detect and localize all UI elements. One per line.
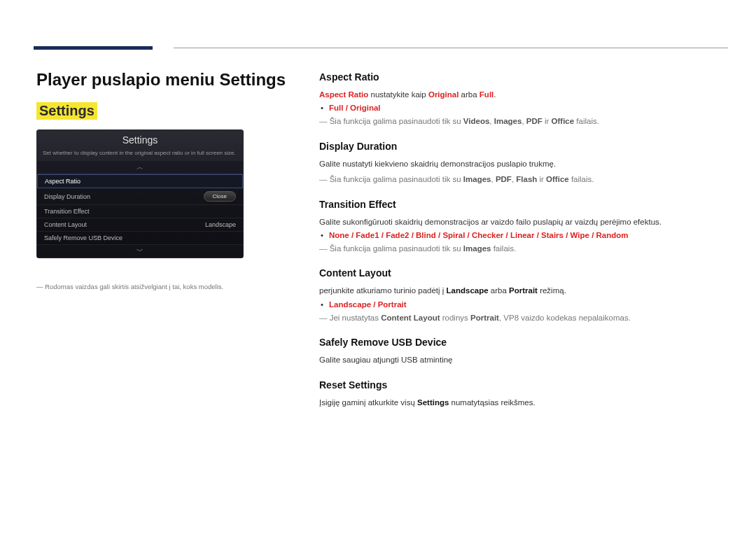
- section-transition-effect: Transition Effect Galite sukonfigūruoti …: [319, 199, 721, 255]
- menu-item-aspect-ratio[interactable]: Aspect Ratio: [37, 174, 243, 188]
- section-heading: Display Duration: [319, 141, 721, 152]
- menu-item-label: Transition Effect: [44, 208, 90, 215]
- usage-note: Jei nustatytas Content Layout rodinys Po…: [319, 311, 721, 324]
- section-safely-remove: Safely Remove USB Device Galite saugiau …: [319, 337, 721, 366]
- page-title: Player puslapio meniu Settings: [36, 70, 295, 90]
- section-heading: Transition Effect: [319, 199, 721, 210]
- section-aspect-ratio: Aspect Ratio Aspect Ratio nustatykite ka…: [319, 71, 721, 128]
- menu-item-label: Safely Remove USB Device: [44, 234, 122, 241]
- option-bullet: None / Fade1 / Fade2 / Blind / Spiral / …: [319, 231, 721, 239]
- section-text: perjunkite atkuriamo turinio padėtį į La…: [319, 284, 721, 297]
- section-reset-settings: Reset Settings Įsigiję gaminį atkurkite …: [319, 379, 721, 409]
- menu-item-value: Landscape: [205, 221, 236, 228]
- section-heading: Content Layout: [319, 267, 721, 279]
- section-display-duration: Display Duration Galite nustatyti kiekvi…: [319, 141, 721, 186]
- menu-item-display-duration[interactable]: Display Duration Close: [37, 188, 243, 205]
- section-content-layout: Content Layout perjunkite atkuriamo turi…: [319, 267, 721, 324]
- section-heading: Safely Remove USB Device: [319, 337, 721, 348]
- close-button[interactable]: Close: [204, 191, 236, 202]
- menu-item-safely-remove[interactable]: Safely Remove USB Device: [37, 232, 243, 245]
- section-text: Galite saugiau atjungti USB atmintinę: [319, 353, 721, 366]
- panel-menu-list: Aspect Ratio Display Duration Close Tran…: [37, 174, 243, 245]
- settings-panel: Settings Set whether to display content …: [36, 129, 244, 258]
- panel-description: Set whether to display content in the or…: [37, 148, 243, 161]
- option-bullet: Landscape / Portrait: [319, 300, 721, 309]
- scroll-up-arrow[interactable]: ︿: [37, 161, 243, 174]
- option-bullet: Full / Original: [319, 104, 721, 112]
- scroll-down-arrow[interactable]: ﹀: [37, 245, 243, 258]
- settings-highlight-label: Settings: [36, 102, 97, 120]
- left-column: Player puslapio meniu Settings Settings …: [36, 70, 295, 292]
- usage-note: Šia funkcija galima pasinaudoti tik su V…: [319, 115, 721, 127]
- menu-item-label: Display Duration: [44, 193, 90, 200]
- usage-note: Šia funkcija galima pasinaudoti tik su I…: [319, 173, 721, 185]
- image-caption-note: Rodomas vaizdas gali skirtis atsižvelgia…: [36, 282, 295, 291]
- header-accent-bar: [34, 46, 153, 50]
- section-heading: Reset Settings: [319, 379, 721, 391]
- header-divider-line: [174, 48, 728, 48]
- panel-title: Settings: [37, 130, 243, 148]
- right-column: Aspect Ratio Aspect Ratio nustatykite ka…: [319, 71, 721, 421]
- menu-item-content-layout[interactable]: Content Layout Landscape: [37, 218, 243, 232]
- section-text: Aspect Ratio nustatykite kaip Original a…: [319, 88, 721, 101]
- section-text: Galite sukonfigūruoti skaidrių demonstra…: [319, 216, 721, 228]
- menu-item-label: Aspect Ratio: [45, 178, 80, 185]
- usage-note: Šia funkcija galima pasinaudoti tik su I…: [319, 242, 721, 255]
- section-text: Įsigiję gaminį atkurkite visų Settings n…: [319, 396, 721, 409]
- menu-item-label: Content Layout: [44, 221, 87, 228]
- section-text: Galite nustatyti kiekvieno skaidrių demo…: [319, 157, 721, 170]
- section-heading: Aspect Ratio: [319, 71, 721, 83]
- menu-item-transition-effect[interactable]: Transition Effect: [37, 205, 243, 218]
